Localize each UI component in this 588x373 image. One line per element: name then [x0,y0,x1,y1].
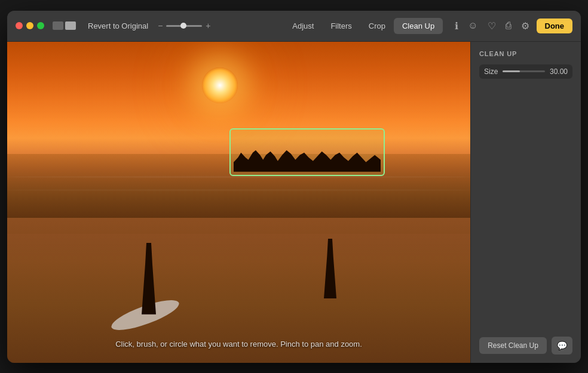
size-label: Size [484,67,498,76]
revert-button[interactable]: Revert to Original [83,19,153,33]
tab-cleanup[interactable]: Clean Up [394,18,443,34]
crowd-silhouette [234,148,381,172]
main-content: Click, brush, or circle what you want to… [7,42,581,363]
tab-crop[interactable]: Crop [360,18,394,34]
sun [202,67,238,103]
view-single[interactable] [53,21,63,30]
emoji-button[interactable]: ☺ [466,19,480,32]
panel-title: CLEAN UP [479,50,572,57]
titlebar: Revert to Original − + Adjust Filters Cr… [7,11,581,42]
minimize-button[interactable] [26,22,33,29]
app-window: Revert to Original − + Adjust Filters Cr… [7,11,581,363]
nav-tabs: Adjust Filters Crop Clean Up [284,18,443,34]
info-button[interactable]: ℹ [452,19,461,33]
size-slider[interactable] [503,70,545,72]
maximize-button[interactable] [37,22,44,29]
right-panel: CLEAN UP Size 30.00 Reset Clean Up 💬 [470,42,581,363]
heart-button[interactable]: ♡ [485,19,498,33]
titlebar-right: ℹ ☺ ♡ ⎙ ⚙ Done [452,19,572,33]
wave-2 [7,189,470,191]
photo-background: Click, brush, or circle what you want to… [7,42,470,363]
selection-box [229,128,385,176]
panel-spacer [479,86,572,337]
size-value: 30.00 [550,67,568,76]
size-bar-fill [503,70,519,72]
feedback-button[interactable]: 💬 [552,337,572,354]
view-grid[interactable] [65,21,76,30]
size-row: Size 30.00 [479,64,572,79]
done-button[interactable]: Done [537,19,573,33]
zoom-minus-icon[interactable]: − [158,21,163,30]
instruction-text: Click, brush, or circle what you want to… [115,340,362,349]
zoom-slider[interactable] [166,25,202,27]
close-button[interactable] [16,22,23,29]
zoom-thumb [180,23,186,29]
canvas-area[interactable]: Click, brush, or circle what you want to… [7,42,470,363]
zoom-control: − + [158,21,210,30]
panel-bottom: Reset Clean Up 💬 [479,337,572,354]
tools-button[interactable]: ⚙ [519,19,532,33]
zoom-plus-icon[interactable]: + [206,21,210,30]
reset-cleanup-button[interactable]: Reset Clean Up [479,337,547,354]
tab-filters[interactable]: Filters [322,18,360,34]
share-button[interactable]: ⎙ [503,19,514,32]
tab-adjust[interactable]: Adjust [284,18,322,34]
view-toggle [53,21,76,30]
traffic-lights [16,22,44,29]
